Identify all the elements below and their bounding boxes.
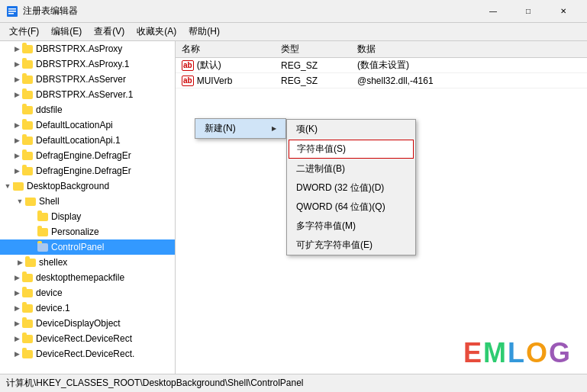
svg-rect-1 bbox=[8, 8, 16, 10]
tree-item-devicedisplayobj[interactable]: ▶ DeviceDisplayObject bbox=[0, 316, 175, 331]
tree-item-controlpanel[interactable]: ▶ ControlPanel bbox=[0, 239, 175, 255]
expand-icon: ▶ bbox=[12, 151, 21, 160]
folder-icon bbox=[37, 226, 49, 238]
tree-item-ddsfile[interactable]: ▶ ddsfile bbox=[0, 102, 175, 117]
tree-item-desktoptheme[interactable]: ▶ desktopthemepackfile bbox=[0, 270, 175, 285]
folder-icon bbox=[21, 272, 34, 284]
svg-rect-2 bbox=[8, 11, 16, 12]
folder-icon bbox=[21, 104, 34, 116]
minimize-button[interactable]: — bbox=[476, 0, 511, 23]
folder-icon bbox=[12, 180, 24, 192]
emlog-letter-e: E bbox=[463, 337, 483, 368]
col-name: 名称 bbox=[176, 43, 275, 56]
context-menu-overlay: 新建(N) ▶ 项(K) 字符串值(S) 二进制值(B) DWORD (32 位… bbox=[195, 118, 286, 139]
expand-icon: ▶ bbox=[12, 136, 21, 145]
tree-item-shellex[interactable]: ▶ shellex bbox=[0, 255, 175, 270]
menu-file[interactable]: 文件(F) bbox=[3, 24, 45, 40]
sub-item-key[interactable]: 项(K) bbox=[287, 120, 415, 139]
tree-pane: ▶ DBRSTPRX.AsProxy ▶ DBRSTPRX.AsProxy.1 … bbox=[0, 41, 176, 374]
tree-item-display[interactable]: ▶ Display bbox=[0, 209, 175, 224]
app-icon bbox=[6, 5, 18, 18]
app-title: 注册表编辑器 bbox=[23, 5, 476, 18]
expand-icon: ▶ bbox=[12, 120, 21, 130]
expand-icon: ▶ bbox=[12, 59, 21, 69]
expand-icon: ▶ bbox=[12, 319, 21, 328]
col-data: 数据 bbox=[351, 43, 587, 56]
menu-view[interactable]: 查看(V) bbox=[88, 24, 131, 40]
tree-item-desktopbackground[interactable]: ▼ DesktopBackground bbox=[0, 178, 175, 194]
expand-icon: ▶ bbox=[12, 273, 21, 282]
expand-icon: ▶ bbox=[12, 288, 21, 297]
sub-item-binary[interactable]: 二进制值(B) bbox=[287, 159, 415, 178]
menu-help[interactable]: 帮助(H) bbox=[182, 24, 226, 40]
tree-item-shell[interactable]: ▼ Shell bbox=[0, 194, 175, 209]
sub-item-expandstring[interactable]: 可扩充字符串值(E) bbox=[287, 236, 415, 255]
tree-item-devicerect1[interactable]: ▶ DeviceRect.DeviceRect bbox=[0, 331, 175, 346]
expand-icon: ▶ bbox=[12, 334, 21, 343]
status-text: 计算机\HKEY_CLASSES_ROOT\DesktopBackground\… bbox=[6, 377, 304, 390]
tree-item-dbrstprx-server1[interactable]: ▶ DBRSTPRX.AsServer.1 bbox=[0, 87, 175, 102]
emlog-letter-g: G bbox=[549, 337, 572, 368]
folder-icon bbox=[21, 348, 34, 360]
cell-data-default: (数值未设置) bbox=[351, 59, 587, 72]
reg-sz-icon: ab bbox=[182, 60, 194, 71]
ctx-item-new[interactable]: 新建(N) ▶ bbox=[195, 119, 285, 138]
folder-icon bbox=[37, 210, 49, 223]
expand-icon: ▶ bbox=[12, 44, 21, 53]
folder-icon bbox=[37, 241, 49, 253]
expand-icon: ▶ bbox=[15, 258, 24, 267]
tree-item-device1[interactable]: ▶ device.1 bbox=[0, 300, 175, 316]
menu-edit[interactable]: 编辑(E) bbox=[45, 24, 88, 40]
expand-icon: ▼ bbox=[3, 182, 12, 191]
folder-icon bbox=[21, 73, 34, 85]
folder-icon bbox=[21, 302, 34, 314]
close-button[interactable]: ✕ bbox=[546, 0, 581, 23]
detail-row-default[interactable]: ab (默认) REG_SZ (数值未设置) bbox=[176, 58, 587, 73]
sub-item-string[interactable]: 字符串值(S) bbox=[289, 140, 414, 159]
folder-icon bbox=[21, 88, 34, 101]
folder-icon bbox=[21, 134, 34, 146]
folder-icon bbox=[21, 119, 34, 131]
sub-item-multistring[interactable]: 多字符串值(M) bbox=[287, 217, 415, 236]
maximize-button[interactable]: □ bbox=[511, 0, 546, 23]
tree-scroll[interactable]: ▶ DBRSTPRX.AsProxy ▶ DBRSTPRX.AsProxy.1 … bbox=[0, 41, 175, 374]
tree-item-devicerect2[interactable]: ▶ DeviceRect.DeviceRect. bbox=[0, 346, 175, 361]
sub-item-dword[interactable]: DWORD (32 位值)(D) bbox=[287, 178, 415, 198]
cell-name-default: ab (默认) bbox=[176, 59, 275, 72]
sub-item-qword[interactable]: QWORD (64 位值)(Q) bbox=[287, 198, 415, 217]
status-bar: 计算机\HKEY_CLASSES_ROOT\DesktopBackground\… bbox=[0, 374, 587, 392]
expand-icon: ▶ bbox=[12, 166, 21, 175]
folder-icon bbox=[21, 149, 34, 162]
expand-icon: ▶ bbox=[12, 90, 21, 99]
cell-type-muiverb: REG_SZ bbox=[275, 76, 351, 86]
tree-item-defragengine2[interactable]: ▶ DefragEngine.DefragEr bbox=[0, 163, 175, 178]
svg-rect-3 bbox=[8, 13, 14, 14]
submenu-arrow: ▶ bbox=[272, 125, 276, 132]
folder-icon bbox=[21, 43, 34, 55]
reg-sz-icon: ab bbox=[182, 76, 194, 86]
tree-item-defaultlocationapi1[interactable]: ▶ DefaultLocationApi.1 bbox=[0, 133, 175, 148]
menu-favorites[interactable]: 收藏夹(A) bbox=[131, 24, 182, 40]
expand-icon: ▶ bbox=[12, 349, 21, 358]
cell-type-default: REG_SZ bbox=[275, 60, 351, 71]
tree-item-dbrstprx-server[interactable]: ▶ DBRSTPRX.AsServer bbox=[0, 72, 175, 87]
tree-item-defaultlocationapi[interactable]: ▶ DefaultLocationApi bbox=[0, 117, 175, 133]
emlog-letter-o: O bbox=[526, 337, 549, 368]
tree-item-personalize[interactable]: ▶ Personalize bbox=[0, 224, 175, 239]
folder-icon bbox=[21, 165, 34, 177]
context-menu-main: 新建(N) ▶ 项(K) 字符串值(S) 二进制值(B) DWORD (32 位… bbox=[195, 118, 286, 139]
detail-header: 名称 类型 数据 bbox=[176, 41, 587, 58]
tree-item-defragengine1[interactable]: ▶ DefragEngine.DefragEr bbox=[0, 148, 175, 163]
tree-item-dbrstprx-proxy1[interactable]: ▶ DBRSTPRX.AsProxy.1 bbox=[0, 56, 175, 72]
tree-item-device[interactable]: ▶ device bbox=[0, 285, 175, 300]
folder-icon bbox=[21, 58, 34, 70]
emlog-letter-m: M bbox=[483, 337, 508, 368]
tree-item-dbrstprx-proxy[interactable]: ▶ DBRSTPRX.AsProxy bbox=[0, 41, 175, 56]
title-bar-buttons: — □ ✕ bbox=[476, 0, 581, 23]
cell-data-muiverb: @shell32.dll,-4161 bbox=[351, 76, 587, 86]
folder-icon bbox=[21, 287, 34, 299]
expand-icon: ▼ bbox=[15, 197, 24, 206]
emlog-letter-l: L bbox=[508, 337, 526, 368]
title-bar: 注册表编辑器 — □ ✕ bbox=[0, 0, 587, 23]
detail-row-muiverb[interactable]: ab MUIVerb REG_SZ @shell32.dll,-4161 bbox=[176, 73, 587, 88]
